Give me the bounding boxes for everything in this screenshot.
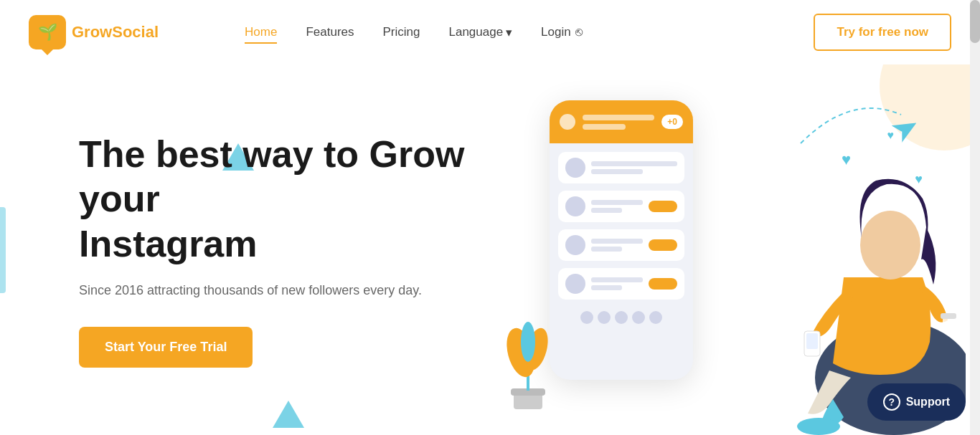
phone-bottom-circle-5 bbox=[649, 311, 662, 324]
svg-rect-11 bbox=[941, 313, 956, 319]
phone-row-4 bbox=[558, 268, 684, 300]
logo-icon: 🌱 bbox=[29, 15, 66, 49]
support-button[interactable]: ? Support bbox=[867, 383, 966, 421]
navbar: 🌱 GrowSocial Home Features Pricing Langu… bbox=[0, 0, 980, 64]
phone-row-line-4a bbox=[591, 277, 643, 282]
phone-row-1 bbox=[558, 152, 684, 183]
login-icon: ⎋ bbox=[575, 25, 583, 39]
phone-row-2 bbox=[558, 191, 684, 222]
phone-bottom-circle-1 bbox=[580, 311, 593, 324]
phone-row-lines-2 bbox=[591, 200, 643, 213]
phone-row-lines-1 bbox=[591, 161, 677, 174]
left-accent-strip bbox=[0, 207, 6, 293]
phone-row-line-4b bbox=[591, 285, 622, 290]
phone-line-1 bbox=[583, 115, 654, 120]
svg-point-12 bbox=[860, 211, 920, 279]
phone-bottom-circle-4 bbox=[632, 311, 645, 324]
phone-avatar-3 bbox=[565, 235, 585, 255]
phone-action-btn-3 bbox=[649, 239, 677, 251]
phone-row-line-2b bbox=[591, 208, 622, 213]
phone-body bbox=[550, 143, 693, 333]
start-trial-button[interactable]: Start Your Free Trial bbox=[79, 327, 253, 368]
phone-mockup: +0 bbox=[550, 100, 693, 380]
nav-home[interactable]: Home bbox=[245, 25, 277, 39]
phone-avatar-2 bbox=[565, 196, 585, 216]
svg-rect-14 bbox=[806, 333, 818, 349]
phone-header: +0 bbox=[550, 100, 693, 143]
phone-avatar-1 bbox=[565, 158, 585, 178]
phone-row-line-1b bbox=[591, 169, 643, 174]
hero-subtitle: Since 2016 attracting thousands of new f… bbox=[79, 283, 509, 298]
phone-avatar-header bbox=[560, 114, 575, 130]
chevron-down-icon: ▾ bbox=[506, 25, 512, 40]
phone-action-btn-2 bbox=[649, 201, 677, 212]
nav-login[interactable]: Login ⎋ bbox=[541, 25, 583, 39]
scrollbar[interactable] bbox=[970, 0, 980, 435]
phone-avatar-4 bbox=[565, 274, 585, 294]
hero-illustration: ♥ ♥ ♥ +0 bbox=[478, 64, 980, 435]
triangle-bottom-decoration bbox=[273, 401, 304, 428]
svg-point-7 bbox=[521, 322, 535, 362]
hero-section: The best way to Grow your Instagram Sinc… bbox=[0, 64, 980, 435]
svg-point-9 bbox=[797, 418, 840, 435]
phone-header-lines bbox=[583, 115, 654, 130]
hero-text-area: The best way to Grow your Instagram Sinc… bbox=[79, 132, 509, 368]
phone-row-lines-3 bbox=[591, 239, 643, 252]
phone-line-2 bbox=[583, 124, 626, 130]
phone-action-btn-4 bbox=[649, 278, 677, 290]
phone-row-line-3a bbox=[591, 239, 643, 244]
phone-bottom-circle-2 bbox=[598, 311, 611, 324]
brand-name: GrowSocial bbox=[72, 23, 159, 42]
phone-badge: +0 bbox=[661, 115, 683, 129]
nav-language[interactable]: Language ▾ bbox=[448, 25, 512, 40]
logo-plant-icon: 🌱 bbox=[38, 23, 57, 42]
nav-pricing[interactable]: Pricing bbox=[383, 25, 420, 39]
phone-row-line-2a bbox=[591, 200, 643, 205]
nav-features[interactable]: Features bbox=[306, 25, 354, 39]
phone-row-line-3b bbox=[591, 247, 622, 252]
phone-row-lines-4 bbox=[591, 277, 643, 290]
support-circle-icon: ? bbox=[883, 393, 900, 411]
nav-links: Home Features Pricing Language ▾ Login ⎋ bbox=[245, 25, 814, 40]
phone-row-line-1a bbox=[591, 161, 677, 166]
phone-row-3 bbox=[558, 229, 684, 261]
try-free-button[interactable]: Try for free now bbox=[814, 14, 951, 51]
logo[interactable]: 🌱 GrowSocial bbox=[29, 15, 159, 49]
phone-bottom-icons bbox=[558, 307, 684, 324]
hero-title: The best way to Grow your Instagram bbox=[79, 132, 509, 266]
phone-bottom-circle-3 bbox=[615, 311, 628, 324]
svg-rect-10 bbox=[943, 317, 954, 333]
